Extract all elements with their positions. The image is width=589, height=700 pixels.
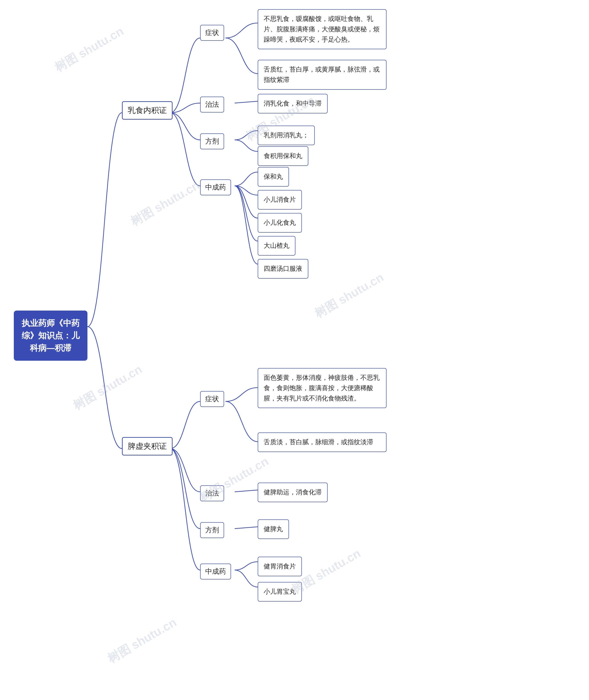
l2-node-formula2: 方剂	[200, 522, 224, 538]
svg-line-0	[235, 101, 258, 103]
root-label: 执业药师《中药综》知识点：儿科病—积滞	[22, 318, 79, 353]
mind-map: 树图 shutu.cn 树图 shutu.cn 树图 shutu.cn 树图 s…	[0, 0, 589, 700]
watermark: 树图 shutu.cn	[70, 362, 145, 414]
watermark: 树图 shutu.cn	[52, 23, 127, 76]
l3-med1d: 大山楂丸	[258, 236, 296, 256]
l3-treatment2: 健脾助运，消食化滞	[258, 483, 328, 502]
l3-symptom2b: 舌质淡，苔白腻，脉细滑，或指纹淡滞	[258, 433, 387, 452]
l3-symptom2a: 面色萎黄，形体消瘦，神疲肢倦，不思乳食，食则饱胀，腹满喜按，大便溏稀酸腥，夹有乳…	[258, 368, 387, 408]
l2-node-treatment1: 治法	[200, 96, 224, 112]
l2-node-medicine1: 中成药	[200, 180, 231, 195]
watermark: 树图 shutu.cn	[312, 269, 387, 322]
l3-med1e: 四磨汤口服液	[258, 259, 308, 279]
root-node: 执业药师《中药综》知识点：儿科病—积滞	[14, 310, 87, 361]
l2-node-formula1: 方剂	[200, 134, 224, 149]
l3-symptom1b: 舌质红，苔白厚，或黄厚腻，脉弦滑，或指纹紫滞	[258, 60, 387, 90]
l1-node-rushipin: 乳食内积证	[122, 101, 173, 120]
l2-node-symptoms2: 症状	[200, 391, 224, 407]
l3-med1b: 小儿消食片	[258, 190, 302, 210]
l1-node-pixu: 脾虚夹积证	[122, 437, 173, 455]
l3-med1a: 保和丸	[258, 167, 289, 187]
watermark: 树图 shutu.cn	[128, 177, 202, 230]
l3-formula2: 健脾丸	[258, 519, 289, 539]
svg-line-1	[235, 490, 258, 492]
l3-treatment1: 消乳化食，和中导滞	[258, 94, 328, 113]
watermark: 树图 shutu.cn	[105, 615, 179, 667]
l3-formula1a: 乳剂用消乳丸；	[258, 126, 315, 145]
l3-formula1b: 食积用保和丸	[258, 146, 308, 166]
l3-med2a: 健胃消食片	[258, 557, 302, 576]
l2-node-treatment2: 治法	[200, 485, 224, 501]
l3-symptom1a: 不思乳食，嗳腐酸馊，或呕吐食物、乳片、脘腹胀满疼痛，大便酸臭或便秘，烦躁啼哭，夜…	[258, 9, 387, 49]
l3-med1c: 小儿化食丸	[258, 213, 302, 233]
svg-line-2	[235, 527, 258, 529]
l2-node-symptoms1: 症状	[200, 25, 224, 41]
l2-node-medicine2: 中成药	[200, 563, 231, 579]
l3-med2b: 小儿胃宝丸	[258, 582, 302, 602]
